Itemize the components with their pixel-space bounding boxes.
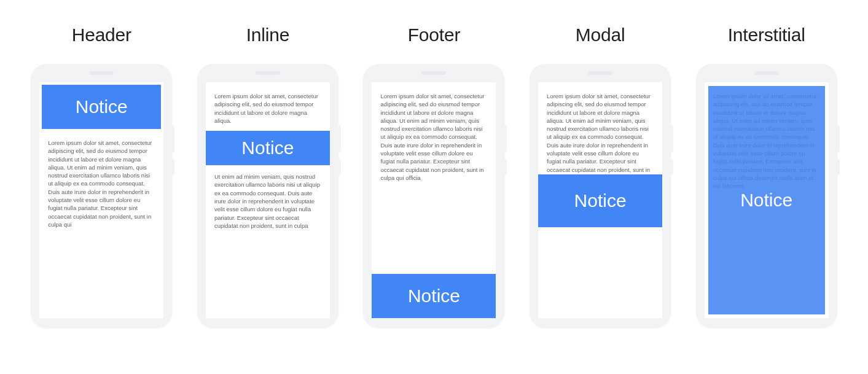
phone-side-button-2	[837, 159, 840, 175]
body-text: Lorem ipsum dolor sit amet, consectetur …	[372, 82, 496, 237]
example-inline: Inline Lorem ipsum dolor sit amet, conse…	[191, 25, 345, 328]
example-title-interstitial: Interstitial	[728, 25, 805, 45]
phone-mockup: Notice Lorem ipsum dolor sit amet, conse…	[31, 64, 172, 328]
example-header: Header Notice Lorem ipsum dolor sit amet…	[25, 25, 178, 328]
example-title-modal: Modal	[576, 25, 625, 45]
example-title-header: Header	[72, 25, 131, 45]
phone-mockup: Lorem ipsum dolor sit amet, consectetur …	[696, 64, 837, 328]
phone-side-button	[338, 125, 341, 152]
body-text: Lorem ipsum dolor sit amet, consectetur …	[206, 82, 330, 230]
example-footer: Footer Lorem ipsum dolor sit amet, conse…	[357, 25, 510, 328]
lorem-paragraph: Lorem ipsum dolor sit amet, consectetur …	[48, 139, 155, 228]
lorem-paragraph: Lorem ipsum dolor sit amet, consectetur …	[380, 92, 487, 182]
phone-side-button-2	[338, 159, 341, 175]
phone-mockup: Lorem ipsum dolor sit amet, consectetur …	[197, 64, 338, 328]
phone-side-button	[504, 125, 507, 152]
notice-banner-modal: Notice	[538, 174, 662, 227]
phone-screen: Lorem ipsum dolor sit amet, consectetur …	[705, 82, 829, 318]
phone-mockup: Lorem ipsum dolor sit amet, consectetur …	[363, 64, 504, 328]
phone-mockup: Lorem ipsum dolor sit amet, consectetur …	[530, 64, 671, 328]
phone-screen: Notice Lorem ipsum dolor sit amet, conse…	[39, 82, 163, 318]
notice-banner-footer: Notice	[372, 274, 496, 318]
phone-side-button	[172, 125, 174, 152]
phone-side-button	[671, 125, 673, 152]
example-modal: Modal Lorem ipsum dolor sit amet, consec…	[523, 25, 677, 328]
phone-side-button-2	[504, 159, 507, 175]
phone-screen: Lorem ipsum dolor sit amet, consectetur …	[206, 82, 330, 318]
example-interstitial: Interstitial Lorem ipsum dolor sit amet,…	[690, 25, 843, 328]
phone-screen: Lorem ipsum dolor sit amet, consectetur …	[372, 82, 496, 318]
notice-banner-interstitial: Notice	[708, 86, 825, 314]
phone-screen: Lorem ipsum dolor sit amet, consectetur …	[538, 82, 662, 318]
lorem-paragraph-1: Lorem ipsum dolor sit amet, consectetur …	[214, 92, 321, 125]
example-title-inline: Inline	[246, 25, 290, 45]
phone-side-button-2	[172, 159, 174, 175]
phone-side-button-2	[671, 159, 673, 175]
notice-banner-header: Notice	[42, 85, 161, 129]
lorem-paragraph-2: Ut enim ad minim veniam, quis nostrud ex…	[214, 173, 321, 230]
notice-banner-inline: Notice	[206, 131, 330, 165]
example-title-footer: Footer	[408, 25, 461, 45]
phone-side-button	[837, 125, 840, 152]
